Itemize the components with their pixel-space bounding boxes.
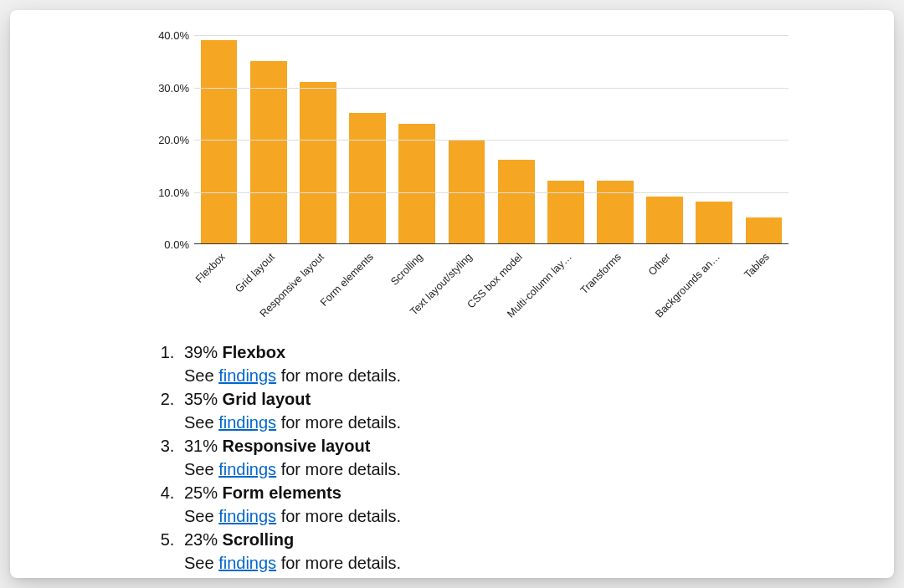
list-item-see-prefix: See — [184, 366, 218, 385]
findings-link[interactable]: findings — [218, 554, 276, 572]
list-item-headline: 35% Grid layout — [184, 387, 747, 411]
list-item-headline: 25% Form elements — [184, 481, 747, 504]
chart-bar — [646, 197, 683, 243]
list-item-label: Form elements — [223, 483, 342, 502]
list-item-label: Grid layout — [223, 390, 311, 408]
content-card: 0.0%10.0%20.0%30.0%40.0% FlexboxGrid lay… — [10, 10, 894, 578]
findings-link[interactable]: findings — [218, 366, 276, 385]
findings-link[interactable]: findings — [218, 413, 276, 432]
findings-list: 39% FlexboxSee findings for more details… — [144, 340, 747, 575]
list-item: 35% Grid layoutSee findings for more det… — [179, 387, 747, 434]
list-item-percent: 31% — [184, 437, 218, 455]
chart-x-labels: FlexboxGrid layoutResponsive layoutForm … — [194, 248, 788, 331]
list-item-label: Responsive layout — [223, 437, 371, 455]
chart-x-label: Flexbox — [193, 251, 228, 285]
list-item-see-prefix: See — [184, 413, 218, 432]
chart-bar — [597, 181, 634, 243]
list-item-headline: 31% Responsive layout — [184, 434, 747, 458]
list-item-label: Flexbox — [223, 343, 286, 361]
list-item-see-prefix: See — [184, 554, 218, 572]
list-item-see-prefix: See — [184, 507, 218, 525]
findings-link[interactable]: findings — [218, 507, 276, 525]
list-item-see-suffix: for more details. — [276, 366, 401, 385]
list-item: 25% Form elementsSee findings for more d… — [179, 481, 747, 528]
list-item: 31% Responsive layoutSee findings for mo… — [179, 434, 747, 481]
list-item-see-prefix: See — [184, 460, 218, 478]
chart-bar — [547, 181, 584, 243]
findings-list-wrap: 39% FlexboxSee findings for more details… — [144, 340, 747, 575]
chart-gridline — [194, 140, 788, 141]
chart-bar — [398, 124, 435, 243]
chart-x-label-slot: Tables — [739, 248, 788, 331]
chart-x-label: Scrolling — [388, 251, 425, 288]
findings-link[interactable]: findings — [218, 460, 276, 478]
bar-chart: 0.0%10.0%20.0%30.0%40.0% FlexboxGrid lay… — [144, 35, 788, 320]
list-item-percent: 39% — [184, 343, 218, 361]
list-item: 39% FlexboxSee findings for more details… — [179, 340, 747, 387]
list-item-see-suffix: for more details. — [276, 413, 401, 432]
chart-bar — [349, 113, 386, 243]
list-item-subtext: See findings for more details. — [184, 551, 747, 575]
list-item-see-suffix: for more details. — [276, 554, 401, 572]
list-item-see-suffix: for more details. — [276, 507, 401, 525]
chart-gridline — [194, 35, 788, 36]
list-item-headline: 23% Scrolling — [184, 528, 747, 551]
chart-plot-area: 0.0%10.0%20.0%30.0%40.0% — [194, 35, 788, 244]
chart-x-label-slot: Transforms — [590, 248, 639, 331]
list-item-percent: 35% — [184, 390, 218, 408]
list-item-subtext: See findings for more details. — [184, 411, 747, 434]
chart-y-tick: 10.0% — [144, 186, 189, 198]
chart-bar — [746, 217, 783, 243]
chart-y-tick: 40.0% — [144, 29, 189, 42]
chart-gridline — [194, 192, 788, 193]
list-item: 23% ScrollingSee findings for more detai… — [179, 528, 747, 575]
chart-x-label: Tables — [742, 251, 772, 280]
chart-x-label: Other — [646, 251, 673, 278]
list-item-subtext: See findings for more details. — [184, 364, 747, 387]
chart-x-label-slot: Form elements — [343, 248, 393, 331]
list-item-subtext: See findings for more details. — [184, 504, 747, 528]
list-item-headline: 39% Flexbox — [184, 340, 747, 364]
chart-bar — [498, 160, 535, 243]
chart-bar — [696, 202, 732, 243]
chart-y-tick: 20.0% — [144, 134, 189, 146]
chart-bar — [250, 61, 287, 243]
chart-y-tick: 30.0% — [144, 81, 189, 94]
list-item-subtext: See findings for more details. — [184, 458, 747, 481]
list-item-percent: 23% — [184, 530, 218, 549]
chart-gridline — [194, 88, 788, 89]
chart-bar — [300, 82, 336, 243]
list-item-label: Scrolling — [223, 530, 295, 549]
chart-x-label-slot: Backgrounds an… — [690, 248, 739, 331]
list-item-percent: 25% — [184, 483, 218, 502]
list-item-see-suffix: for more details. — [276, 460, 401, 478]
chart-y-tick: 0.0% — [144, 238, 189, 251]
chart-bar — [201, 40, 238, 243]
